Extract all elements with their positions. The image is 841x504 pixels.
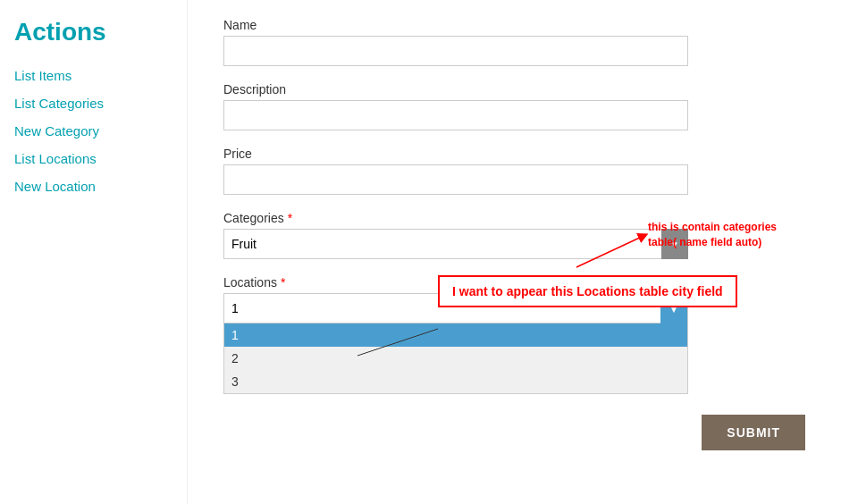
locations-dropdown: 1 2 3 (223, 323, 688, 394)
categories-label: Categories* (223, 211, 805, 225)
categories-select-wrapper: Fruit (223, 229, 688, 259)
locations-container: 1 1 2 3 (223, 293, 688, 394)
categories-required: * (288, 211, 292, 225)
locations-required: * (281, 275, 285, 290)
price-input[interactable] (223, 164, 688, 195)
categories-group: Categories* Fruit this is contain catego… (223, 211, 805, 259)
locations-group: Locations* 1 1 2 3 I want to appear this… (223, 275, 805, 394)
sidebar-item-new-location[interactable]: New Location (14, 179, 172, 194)
description-label: Description (223, 82, 805, 97)
locations-annotation-box: I want to appear this Locations table ci… (438, 275, 737, 307)
sidebar-item-list-items[interactable]: List Items (14, 68, 172, 83)
submit-button[interactable]: SUBMIT (702, 415, 805, 450)
price-group: Price (223, 147, 805, 195)
sidebar: Actions List Items List Categories New C… (0, 0, 188, 504)
description-group: Description (223, 82, 805, 130)
location-option-3[interactable]: 3 (224, 370, 687, 393)
name-input[interactable] (223, 36, 688, 66)
sidebar-item-list-categories[interactable]: List Categories (14, 96, 172, 111)
locations-current-value: 1 (231, 301, 239, 315)
sidebar-item-new-category[interactable]: New Category (14, 123, 172, 139)
location-option-1[interactable]: 1 (224, 323, 687, 347)
sidebar-item-list-locations[interactable]: List Locations (14, 151, 172, 166)
location-option-2[interactable]: 2 (224, 347, 687, 370)
price-label: Price (223, 147, 805, 161)
description-input[interactable] (223, 100, 688, 130)
locations-annotation-text: I want to appear this Locations table ci… (452, 284, 723, 298)
name-label: Name (223, 18, 805, 32)
categories-select[interactable]: Fruit (223, 229, 688, 259)
main-content: Name Description Price Categories* Fruit (188, 0, 841, 504)
name-group: Name (223, 18, 805, 66)
sidebar-title: Actions (14, 18, 172, 46)
sidebar-nav: List Items List Categories New Category … (14, 68, 172, 194)
